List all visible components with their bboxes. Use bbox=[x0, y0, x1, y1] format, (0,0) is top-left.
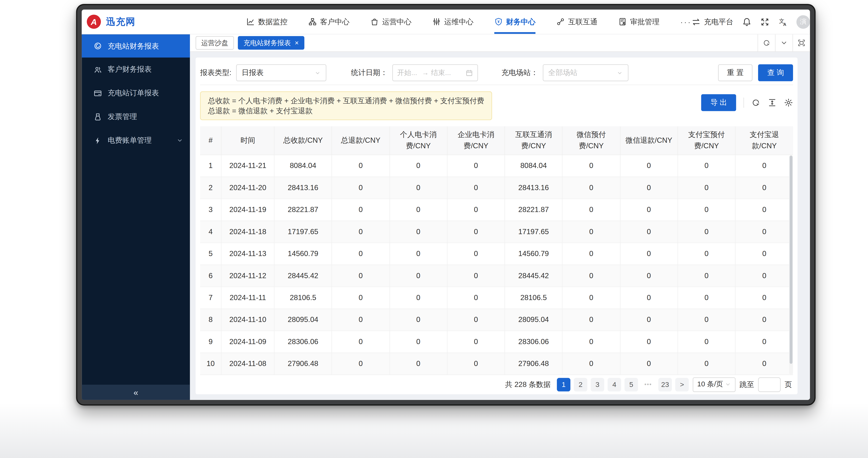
scrollbar-thumb[interactable] bbox=[790, 156, 793, 364]
bolt-icon bbox=[94, 136, 102, 145]
pagination-page-1[interactable]: 1 bbox=[557, 378, 570, 391]
table-cell: 0 bbox=[390, 242, 447, 264]
table-cell: 0 bbox=[332, 264, 390, 286]
table-cell: 0 bbox=[562, 242, 620, 264]
table-cell: 0 bbox=[620, 177, 678, 199]
translate-icon[interactable]: 文A bbox=[778, 17, 787, 26]
formula-line-1: 总收款 = 个人电卡消费 + 企业电卡消费 + 互联互通消费 + 微信预付费 +… bbox=[208, 96, 484, 106]
tab-label: 充电站财务报表 bbox=[243, 38, 291, 48]
table-cell: 0 bbox=[620, 264, 678, 286]
table-cell: 0 bbox=[678, 352, 735, 374]
top-nav-overflow[interactable]: ··· bbox=[680, 10, 692, 34]
content-area: 报表类型: 日报表 统计日期： → bbox=[190, 52, 810, 400]
table-cell: 0 bbox=[678, 309, 735, 331]
station-select[interactable]: 全部场站 bbox=[542, 64, 628, 81]
top-nav-item-label: 财务中心 bbox=[506, 17, 536, 27]
sidebar-item-station-finance-report[interactable]: 充电站财务报表 bbox=[82, 34, 190, 57]
sidebar-item-label: 充电站订单报表 bbox=[108, 88, 159, 98]
pagination-page-3[interactable]: 3 bbox=[591, 378, 604, 391]
table-cell: 6 bbox=[200, 264, 221, 286]
table-cell: 0 bbox=[390, 199, 447, 221]
sidebar-item-invoice-management[interactable]: 发票管理 bbox=[82, 105, 190, 128]
top-nav-item-maintenance-center[interactable]: 运维中心 bbox=[432, 10, 473, 34]
table-cell: 0 bbox=[678, 221, 735, 242]
chevron-down-icon bbox=[617, 70, 623, 76]
table-cell: 0 bbox=[390, 352, 447, 374]
platform-switch[interactable]: 充电平台 bbox=[692, 17, 733, 27]
table-scrollbar[interactable] bbox=[789, 155, 793, 374]
start-date-input[interactable] bbox=[397, 69, 420, 77]
table-cell: 0 bbox=[562, 199, 620, 221]
row-density-icon[interactable] bbox=[768, 98, 777, 107]
table-cell: 0 bbox=[332, 199, 390, 221]
query-button[interactable]: 查 询 bbox=[758, 64, 793, 81]
device-frame: A 迅充网 数据监控客户中心运营中心运维中心¥财务中心互联互通审批管理··· 充… bbox=[76, 4, 816, 405]
column-settings-gear-icon[interactable] bbox=[784, 98, 793, 107]
table-cell: 28221.87 bbox=[505, 199, 562, 221]
tab-close-icon[interactable]: × bbox=[295, 39, 299, 46]
refresh-tab-icon[interactable] bbox=[757, 34, 775, 51]
table-cell: 2 bbox=[200, 177, 221, 199]
table-cell: 0 bbox=[620, 221, 678, 242]
top-nav-item-approval-management[interactable]: 审批管理 bbox=[618, 10, 659, 34]
table-cell: 28221.87 bbox=[274, 199, 332, 221]
maximize-view-icon[interactable] bbox=[793, 34, 810, 51]
table-cell: 0 bbox=[390, 287, 447, 309]
table-row: 92024-11-0928306.0600028306.060000 bbox=[200, 331, 793, 352]
user-menu[interactable]: 演 演示用户 bbox=[796, 15, 810, 29]
brand-logo-icon: A bbox=[87, 15, 101, 29]
column-header: 微信预付费/CNY bbox=[562, 126, 620, 154]
table-cell: 0 bbox=[447, 309, 505, 331]
table-cell: 0 bbox=[390, 221, 447, 242]
column-header: 微信退款/CNY bbox=[620, 126, 678, 154]
pagination-next-button[interactable]: > bbox=[675, 378, 689, 391]
refresh-table-icon[interactable] bbox=[751, 98, 761, 107]
date-range-picker[interactable]: → bbox=[392, 64, 478, 81]
sidebar-item-station-order-report[interactable]: 充电站订单报表 bbox=[82, 81, 190, 105]
sidebar-item-label: 充电站财务报表 bbox=[108, 41, 159, 51]
divider bbox=[744, 97, 744, 108]
jump-page-input[interactable] bbox=[758, 377, 781, 392]
end-date-input[interactable] bbox=[431, 69, 454, 77]
notification-bell-icon[interactable] bbox=[742, 17, 751, 26]
sliders-icon bbox=[432, 18, 441, 26]
page-size-select[interactable]: 10 条/页 bbox=[693, 377, 736, 392]
table-cell: 0 bbox=[562, 287, 620, 309]
table-cell: 0 bbox=[620, 154, 678, 176]
table-cell: 2024-11-08 bbox=[221, 352, 274, 374]
tab-operation-sandbox[interactable]: 运营沙盘 bbox=[195, 36, 234, 50]
sidebar-item-customer-finance-report[interactable]: 客户财务报表 bbox=[82, 57, 190, 81]
table-cell: 0 bbox=[735, 154, 793, 176]
table-row: 62024-11-1228445.4200028445.420000 bbox=[200, 264, 793, 286]
top-nav-item-finance-center[interactable]: ¥财务中心 bbox=[494, 10, 536, 34]
tab-options-chevron-icon[interactable] bbox=[775, 34, 793, 51]
top-nav-item-label: 数据监控 bbox=[258, 17, 288, 27]
pagination-page-23[interactable]: 23 bbox=[658, 378, 672, 391]
top-nav-item-data-monitor[interactable]: 数据监控 bbox=[246, 10, 288, 34]
table-cell: 14560.79 bbox=[505, 242, 562, 264]
top-nav-item-customer-center[interactable]: 客户中心 bbox=[308, 10, 349, 34]
station-label: 充电场站： bbox=[501, 68, 538, 78]
sidebar-menu: 充电站财务报表客户财务报表充电站订单报表发票管理电费账单管理 bbox=[82, 34, 190, 152]
pagination-page-4[interactable]: 4 bbox=[608, 378, 621, 391]
sidebar-item-electricity-bill-management[interactable]: 电费账单管理 bbox=[82, 128, 190, 152]
total-count: 共 228 条数据 bbox=[505, 379, 551, 390]
table-cell: 0 bbox=[390, 264, 447, 286]
table-cell: 0 bbox=[735, 352, 793, 374]
top-nav-item-operation-center[interactable]: 运营中心 bbox=[370, 10, 411, 34]
table-cell: 2024-11-11 bbox=[221, 287, 274, 309]
export-button[interactable]: 导 出 bbox=[701, 94, 736, 111]
top-nav-item-interconnection[interactable]: 互联互通 bbox=[556, 10, 597, 34]
tab-station-finance-report[interactable]: 充电站财务报表× bbox=[238, 36, 304, 50]
table-row: 22024-11-2028413.1600028413.160000 bbox=[200, 177, 793, 199]
table-cell: 0 bbox=[332, 331, 390, 352]
reset-button[interactable]: 重 置 bbox=[718, 64, 753, 81]
fullscreen-icon[interactable] bbox=[760, 17, 769, 26]
pagination-page-2[interactable]: 2 bbox=[574, 378, 587, 391]
filter-bar: 报表类型: 日报表 统计日期： → bbox=[200, 61, 793, 85]
sidebar-collapse-button[interactable]: « bbox=[82, 385, 190, 400]
table-cell: 0 bbox=[390, 309, 447, 331]
report-type-select[interactable]: 日报表 bbox=[236, 64, 326, 81]
pagination-ellipsis[interactable]: ••• bbox=[641, 378, 655, 391]
pagination-page-5[interactable]: 5 bbox=[625, 378, 638, 391]
